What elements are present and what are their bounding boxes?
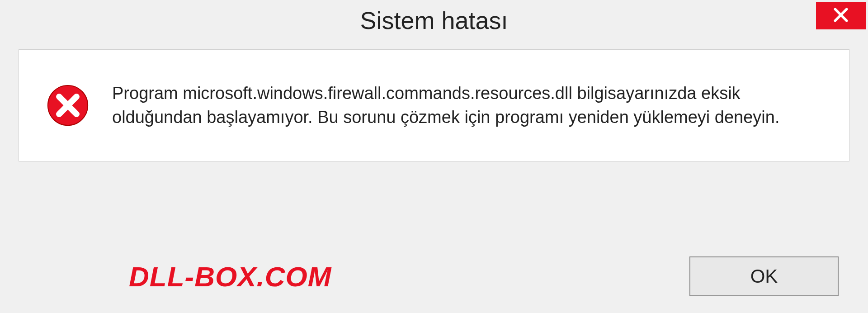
dialog-footer: DLL-BOX.COM OK: [2, 256, 866, 296]
error-dialog: Sistem hatası Program microsoft.windows.…: [2, 2, 866, 311]
dialog-title: Sistem hatası: [360, 6, 508, 34]
close-button[interactable]: [816, 2, 866, 29]
ok-button[interactable]: OK: [689, 256, 839, 296]
watermark-text: DLL-BOX.COM: [129, 261, 331, 293]
content-panel: Program microsoft.windows.firewall.comma…: [19, 49, 849, 161]
error-message: Program microsoft.windows.firewall.comma…: [112, 81, 822, 129]
error-icon: [46, 84, 90, 127]
close-icon: [832, 6, 849, 25]
titlebar: Sistem hatası: [2, 2, 866, 38]
